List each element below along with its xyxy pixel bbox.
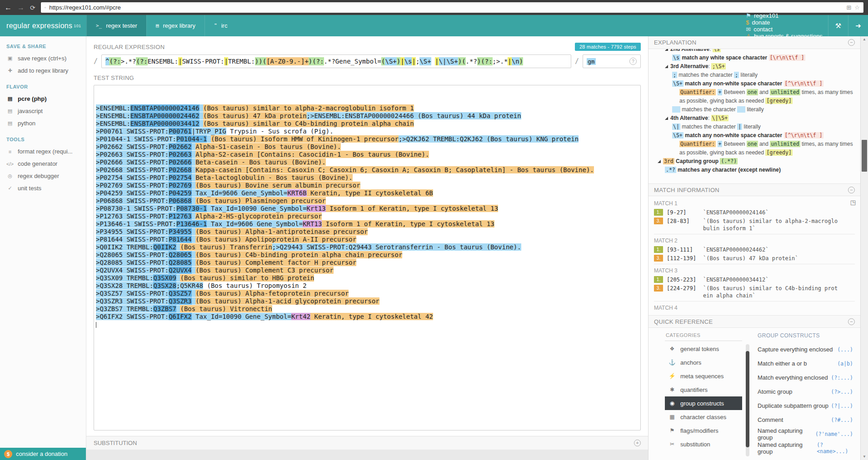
reference-item-duplicate-subpattern-group[interactable]: Duplicate subpattern group(?|...) <box>758 399 853 413</box>
collapse-triangle-icon[interactable] <box>665 49 668 51</box>
regex-token: ENSEMBL: <box>148 57 178 65</box>
help-icon[interactable]: ? <box>629 58 637 65</box>
caret-up-icon[interactable]: ▲ <box>861 36 868 43</box>
regex-flags-input[interactable]: gm ? <box>583 54 641 68</box>
category-anchors[interactable]: ⚓anchors <box>665 356 742 369</box>
navbar-button-wrench-icon[interactable]: ⚒ <box>828 15 848 36</box>
regex-input[interactable]: ^(?:>.*?(?:ENSEMBL:|SWISS-PROT:|TREMBL:)… <box>101 54 571 68</box>
nav-link-donate[interactable]: $donate <box>740 19 828 26</box>
sidebar-item-pcre-php[interactable]: ▤pcre (php) <box>0 93 86 105</box>
explanation-token: Between <box>722 89 746 95</box>
test-string-line: >Q28085 SWISS-PROT:Q28085 (Bos taurus) C… <box>96 259 639 267</box>
reference-item-label: Named capturing group <box>758 427 815 441</box>
sidebar-item-add-to-regex-library[interactable]: ✚add to regex library <box>0 64 86 77</box>
nav-link-label: donate <box>752 19 770 26</box>
match-segment <box>192 143 195 150</box>
collapse-triangle-icon[interactable] <box>665 117 668 120</box>
match-segment <box>192 251 195 258</box>
page-scrollbar-thumb[interactable] <box>862 140 867 172</box>
tab-irc[interactable]: ❞irc <box>205 15 236 36</box>
collapse-triangle-icon[interactable] <box>658 160 661 163</box>
category-meta-sequences[interactable]: ⚡meta sequences <box>665 369 742 383</box>
reference-item-match-either-a-or-b[interactable]: Match either a or b(a|b) <box>758 356 853 371</box>
back-icon[interactable]: ← <box>5 4 12 11</box>
regular-expression-title: REGULAR EXPRESSION <box>94 44 165 50</box>
group-badge: 1. <box>654 246 663 253</box>
match-segment: >P12763 SWISS-PROT: <box>96 213 169 220</box>
category-group-constructs[interactable]: ◉group constructs <box>665 396 742 410</box>
right-panel: EXPLANATION − 2nd Alternative: \s\s matc… <box>648 36 860 460</box>
category-substitution[interactable]: ✂substitution <box>665 437 742 451</box>
tab-regex-library[interactable]: ▤regex library <box>146 15 205 36</box>
category-general-tokens[interactable]: ❖general tokens <box>665 342 742 356</box>
page-scrollbar[interactable]: ▲ ▼ <box>860 36 868 460</box>
sidebar-item-javascript[interactable]: ▤javascript <box>0 105 86 117</box>
sidebar-item-regex-debugger[interactable]: ◎regex debugger <box>0 170 86 182</box>
category-quantifiers[interactable]: ✱quantifiers <box>665 383 742 396</box>
collapse-icon[interactable]: − <box>848 39 855 46</box>
navbar-button-signin-icon[interactable]: ➜ <box>848 15 868 36</box>
collapse-icon[interactable]: − <box>848 187 855 193</box>
donation-banner[interactable]: $ consider a donation <box>0 448 86 460</box>
regex-token: ( <box>263 57 266 65</box>
match-segment: >P08730-1 SWISS-PROT: <box>96 205 176 212</box>
sidebar-item-python[interactable]: ▤python <box>0 117 86 129</box>
regex-token: [A-Z0-9.-]+ <box>266 57 309 65</box>
check-icon: ✓ <box>6 185 14 191</box>
explanation-title: EXPLANATION <box>654 39 696 46</box>
explanation-token: Quantifier: <box>679 141 716 147</box>
apps-icon[interactable]: ⊞ <box>846 4 851 11</box>
explanation-token <box>716 141 717 147</box>
export-icon[interactable]: ◳ <box>850 199 856 206</box>
match-segment: >Q28085 SWISS-PROT: <box>96 259 169 266</box>
match-label: MATCH 1 <box>654 200 855 207</box>
category-flags-modifiers[interactable]: ⚑flags/modifiers <box>665 424 742 437</box>
reference-item-named-capturing-group[interactable]: Named capturing group(?<name>...) <box>758 441 853 455</box>
nav-link-contact[interactable]: ✉contact <box>740 26 828 33</box>
explanation-token: \S+ <box>672 80 683 87</box>
test-string-line: >P81644 SWISS-PROT:P81644 (Bos taurus) A… <box>96 236 639 243</box>
match-segment: (Bos taurus) Transferrin <box>180 243 272 251</box>
sidebar-item-label: code generator <box>18 160 57 167</box>
reload-icon[interactable]: ⟳ <box>30 5 35 11</box>
regex-flags[interactable]: gm <box>587 58 596 65</box>
explanation-row: \S+ match any non-white space character … <box>653 131 856 140</box>
sidebar-item-save-regex-ctrl-s[interactable]: ▣save regex (ctrl+s) <box>0 52 86 64</box>
collapse-triangle-icon[interactable] <box>665 65 668 68</box>
categories-scrollbar[interactable] <box>746 344 749 456</box>
reference-item-named-capturing-group[interactable]: Named capturing group(?'name'...) <box>758 427 853 441</box>
match-segment <box>192 158 195 166</box>
reference-item-capture-everything-enclosed[interactable]: Capture everything enclosed(...) <box>758 342 853 356</box>
reference-item-match-everything-enclosed[interactable]: Match everything enclosed(?:...) <box>758 371 853 385</box>
match-segment: >P00761 SWISS-PROT: <box>96 128 169 135</box>
expand-icon[interactable]: + <box>634 440 641 446</box>
match-segment: Trypsin - Sus scrofa (Pig). <box>226 128 334 135</box>
match-segment <box>192 259 195 266</box>
site-logo[interactable]: regular expressions 101 <box>0 15 86 36</box>
substitution-bar[interactable]: SUBSTITUTION + <box>86 436 648 450</box>
explanation-token: [^\r\n\t\f ] <box>784 132 823 138</box>
nav-tabs: >_regex tester▤regex library❞irc <box>86 15 236 36</box>
explanation-header: EXPLANATION − <box>649 36 860 49</box>
reference-item-atomic-group[interactable]: Atomic group(?>...) <box>758 385 853 399</box>
reference-item-code: (?<name>...) <box>817 442 853 455</box>
match-group-row: 1.[93-111]`ENSBTAP00000024462` <box>654 246 855 253</box>
sidebar-item-code-generator[interactable]: </>code generator <box>0 158 86 170</box>
caret-down-icon[interactable]: ▼ <box>861 454 868 460</box>
reference-item-label: Match everything enclosed <box>758 374 828 381</box>
url-bar[interactable]: ▫ https://regex101.com/#pcre ⊞ ☆ <box>41 2 863 13</box>
reference-item-comment[interactable]: Comment(?#...) <box>758 413 853 427</box>
url-text[interactable]: https://regex101.com/#pcre <box>49 4 121 11</box>
star-icon[interactable]: ☆ <box>854 4 860 11</box>
categories-scrollbar-thumb[interactable] <box>746 351 749 447</box>
tab-regex-tester[interactable]: >_regex tester <box>86 15 146 36</box>
match-segment: >ENSEMBL: <box>96 104 130 112</box>
test-string-editor[interactable]: >ENSEMBL:ENSBTAP00000024146 (Bos taurus)… <box>94 85 641 430</box>
nav-link-regex101[interactable]: ⚑regex101 <box>740 12 828 19</box>
collapse-icon[interactable]: − <box>848 318 855 325</box>
category-character-classes[interactable]: ▦character classes <box>665 410 742 424</box>
forward-icon[interactable]: → <box>17 4 25 11</box>
sidebar-item-format-regex-requi[interactable]: ≡format regex (requi... <box>0 145 86 158</box>
match-segment: (Bos taurus) Vitronectin <box>180 305 272 312</box>
sidebar-item-unit-tests[interactable]: ✓unit tests <box>0 182 86 194</box>
